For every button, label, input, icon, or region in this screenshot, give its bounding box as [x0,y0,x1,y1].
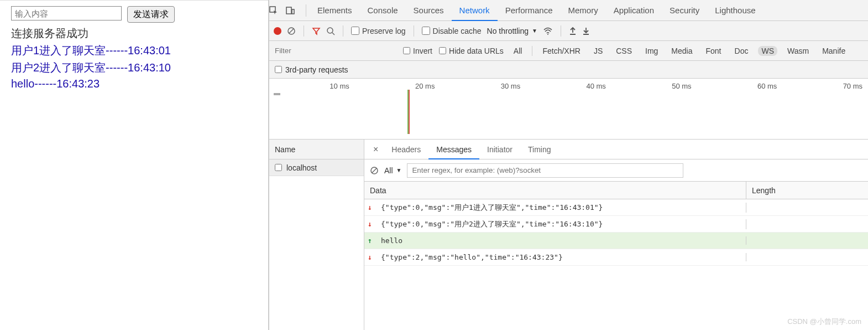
dtab-initiator[interactable]: Initiator [479,140,520,159]
preserve-log-checkbox[interactable]: Preserve log [351,27,406,35]
tab-console[interactable]: Console [360,0,406,21]
chat-message: 用户2进入了聊天室------16:43:10 [11,60,257,75]
page-content: 发送请求 连接服务器成功 用户1进入了聊天室------16:43:01 用户2… [0,0,268,330]
chat-message: hello------16:43:23 [11,78,257,90]
inspect-icon[interactable] [269,6,286,15]
clear-icon[interactable] [287,27,296,35]
filter-js[interactable]: JS [590,46,606,56]
devtools-panel: Elements Console Sources Network Perform… [268,0,868,330]
name-column: Name localhost [269,140,364,330]
filter-doc[interactable]: Doc [731,46,752,56]
connection-status: 连接服务器成功 [11,26,257,41]
tab-performance[interactable]: Performance [498,0,561,21]
hide-data-urls-checkbox[interactable]: Hide data URLs [439,47,504,55]
arrow-down-icon: ↓ [364,220,375,228]
name-header[interactable]: Name [269,140,364,159]
ws-data: {"type":0,"msg":"用户2进入了聊天室","time":"16:4… [375,219,746,229]
request-checkbox[interactable] [275,164,282,171]
requests-pane: Name localhost × Headers Messages Initia… [269,140,868,330]
timeline-tick: 30 ms [440,82,526,139]
message-input[interactable] [11,6,122,20]
arrow-down-icon: ↓ [364,203,375,212]
disable-cache-checkbox[interactable]: Disable cache [422,27,482,35]
filter-icon[interactable] [312,27,321,35]
svg-rect-2 [292,9,294,14]
tab-elements[interactable]: Elements [310,0,360,21]
filter-input[interactable] [275,44,396,58]
filter-ws[interactable]: WS [758,46,777,56]
filter-img[interactable]: Img [642,46,661,56]
filter-media[interactable]: Media [668,46,696,56]
ws-message-row[interactable]: ↓{"type":0,"msg":"用户2进入了聊天室","time":"16:… [364,216,868,233]
message-regex-input[interactable] [407,163,683,178]
clear-messages-icon[interactable] [370,166,379,175]
timeline-tick: 50 ms [611,82,697,139]
svg-point-7 [547,34,548,35]
detail-tabs: × Headers Messages Initiator Timing [364,140,868,159]
ws-data: hello [375,236,746,245]
dtab-timing[interactable]: Timing [520,140,559,159]
tab-lighthouse[interactable]: Lighthouse [707,0,763,21]
filter-css[interactable]: CSS [613,46,635,56]
message-type-select[interactable]: All▼ [384,166,401,175]
request-row[interactable]: localhost [269,159,364,176]
chat-message: 用户1进入了聊天室------16:43:01 [11,43,257,58]
device-icon[interactable] [286,6,302,15]
svg-line-4 [289,29,294,33]
watermark: CSDN @小曾同学.com [787,317,861,327]
col-data[interactable]: Data [364,182,746,199]
network-toolbar: Preserve log Disable cache No throttling… [269,21,868,41]
detail-pane: × Headers Messages Initiator Timing All▼… [364,140,868,330]
tab-network[interactable]: Network [452,0,498,21]
dtab-messages[interactable]: Messages [428,140,479,159]
ws-messages-table: Data Length ↓{"type":0,"msg":"用户1进入了聊天室"… [364,182,868,330]
devtools-tabs: Elements Console Sources Network Perform… [269,0,868,21]
svg-line-6 [332,33,334,35]
dtab-headers[interactable]: Headers [384,140,428,159]
ws-data: {"type":0,"msg":"用户1进入了聊天室","time":"16:4… [375,203,746,213]
request-name: localhost [286,163,317,172]
svg-point-5 [327,28,333,33]
ws-message-row[interactable]: ↓{"type":2,"msg":"hello","time":"16:43:2… [364,249,868,266]
timeline-tick: 60 ms [697,82,783,139]
filter-all[interactable]: All [510,46,526,56]
tab-sources[interactable]: Sources [406,0,452,21]
download-icon[interactable] [582,27,590,35]
ws-message-row[interactable]: ↑hello [364,233,868,249]
filter-wasm[interactable]: Wasm [784,46,812,56]
third-party-row: 3rd-party requests [269,61,868,79]
send-button[interactable]: 发送请求 [127,6,175,23]
ws-message-row[interactable]: ↓{"type":0,"msg":"用户1进入了聊天室","time":"16:… [364,199,868,216]
message-filter-bar: All▼ [364,159,868,182]
timeline-tick: 20 ms [355,82,441,139]
tab-security[interactable]: Security [662,0,707,21]
filter-font[interactable]: Font [703,46,725,56]
filter-manifest[interactable]: Manife [819,46,849,56]
throttling-select[interactable]: No throttling▼ [487,27,537,35]
close-icon[interactable]: × [368,145,384,154]
upload-icon[interactable] [569,27,577,35]
col-length[interactable]: Length [746,182,868,199]
timeline-tick: 10 ms [269,82,355,139]
timeline-tick: 70 ms [782,82,868,139]
timeline[interactable]: 10 ms 20 ms 30 ms 40 ms 50 ms 60 ms 70 m… [269,79,868,140]
filter-bar: Invert Hide data URLs All Fetch/XHR JS C… [269,41,868,61]
svg-line-9 [372,168,377,173]
wifi-icon[interactable] [543,27,553,35]
record-button[interactable] [274,27,281,35]
invert-checkbox[interactable]: Invert [403,47,432,55]
filter-fetch[interactable]: Fetch/XHR [539,46,583,56]
search-icon[interactable] [326,27,335,35]
tab-memory[interactable]: Memory [561,0,606,21]
arrow-down-icon: ↓ [364,253,375,261]
tab-application[interactable]: Application [606,0,662,21]
ws-data: {"type":2,"msg":"hello","time":"16:43:23… [375,253,746,261]
third-party-checkbox[interactable]: 3rd-party requests [275,65,348,74]
arrow-up-icon: ↑ [364,236,375,245]
svg-rect-1 [286,7,291,14]
timeline-tick: 40 ms [526,82,611,139]
